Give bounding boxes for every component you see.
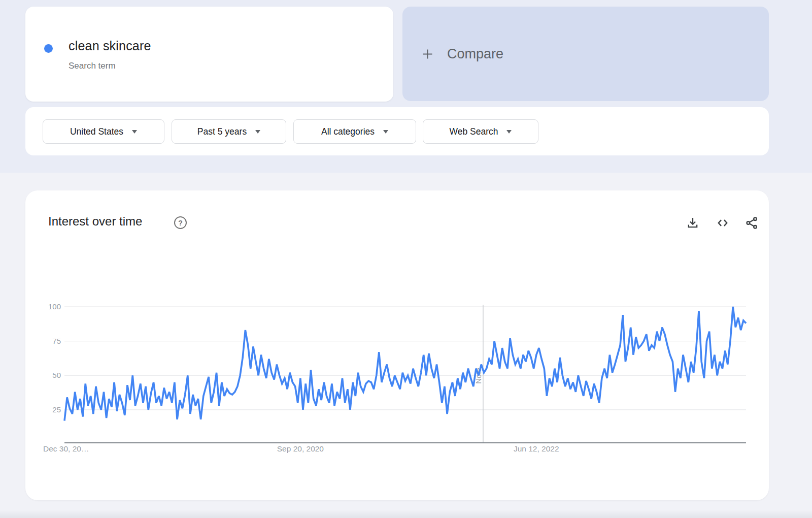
search-term-type-label: Search term <box>69 61 116 71</box>
geo-filter-dropdown[interactable]: United States <box>43 119 164 144</box>
geo-filter-label: United States <box>70 126 123 137</box>
y-tick-label-100: 100 <box>48 302 61 311</box>
x-tick-label-0: Dec 30, 20… <box>43 444 89 453</box>
page-bottom-shade <box>0 510 812 518</box>
google-trends-explore-page: clean skincare Search term Compare Unite… <box>0 0 812 518</box>
chevron-down-icon <box>255 130 260 134</box>
add-comparison-button[interactable]: Compare <box>402 7 769 101</box>
search-type-filter-dropdown[interactable]: Web Search <box>423 119 538 144</box>
y-tick-label-25: 25 <box>52 405 61 414</box>
filters-bar: United States Past 5 years All categorie… <box>25 107 769 155</box>
time-range-filter-dropdown[interactable]: Past 5 years <box>172 119 286 144</box>
chevron-down-icon <box>132 130 137 134</box>
y-tick-label-50: 50 <box>52 371 61 379</box>
search-term-card[interactable]: clean skincare Search term <box>25 7 393 102</box>
search-term-text: clean skincare <box>69 39 151 53</box>
x-tick-label-2: Jun 12, 2022 <box>514 444 559 453</box>
chevron-down-icon <box>506 130 512 134</box>
interest-over-time-card: Interest over time ? 255075100NoteDec <box>25 190 769 500</box>
time-range-filter-label: Past 5 years <box>197 126 247 137</box>
interest-chart-svg[interactable]: 255075100NoteDec 30, 20…Sep 20, 2020Jun … <box>25 190 769 500</box>
compare-label: Compare <box>447 46 503 62</box>
plus-icon <box>421 47 434 61</box>
y-tick-label-75: 75 <box>52 337 61 345</box>
chevron-down-icon <box>383 130 388 134</box>
x-tick-label-1: Sep 20, 2020 <box>277 444 324 453</box>
category-filter-dropdown[interactable]: All categories <box>293 119 416 144</box>
series-color-dot <box>44 44 53 53</box>
search-type-filter-label: Web Search <box>450 126 498 137</box>
trend-line-clean-skincare <box>64 307 746 421</box>
category-filter-label: All categories <box>321 126 375 137</box>
